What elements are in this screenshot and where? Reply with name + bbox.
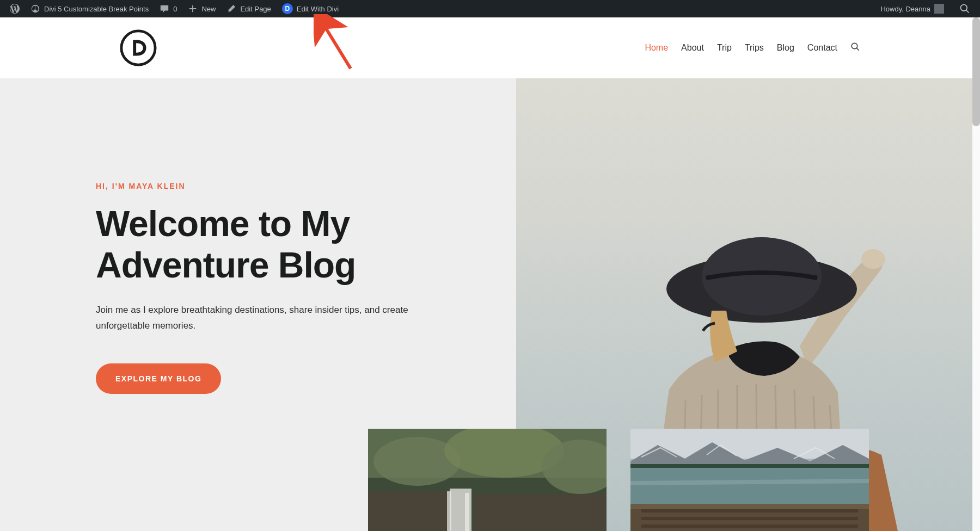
nav-search-button[interactable] [850,42,860,54]
explore-blog-button[interactable]: EXPLORE MY BLOG [96,363,221,394]
wp-admin-bar: Divi 5 Customizable Break Points 0 New E… [0,0,980,17]
svg-line-5 [856,48,859,51]
svg-point-4 [852,43,857,49]
dashboard-icon [30,4,40,14]
pencil-icon [226,4,236,14]
comment-icon [160,4,169,14]
scrollbar-thumb[interactable] [972,17,980,126]
svg-rect-26 [641,517,858,520]
edit-page-menu[interactable]: Edit Page [221,0,276,17]
inset-image-waterfall [368,429,607,531]
page-scrollbar[interactable] [972,17,980,531]
nav-trip[interactable]: Trip [717,43,732,53]
inset-image-lake [630,429,869,531]
avatar-icon [934,4,944,14]
nav-trips[interactable]: Trips [745,43,764,53]
site-logo[interactable] [120,29,157,66]
user-menu[interactable]: Howdy, Deanna [875,0,950,17]
site-name-menu[interactable]: Divi 5 Customizable Break Points [25,0,154,17]
comments-count: 0 [173,5,177,13]
site-header: Home About Trip Trips Blog Contact [0,17,980,78]
nav-blog[interactable]: Blog [777,43,794,53]
svg-point-6 [861,249,885,269]
svg-rect-15 [447,491,451,531]
plus-icon [188,4,198,14]
main-navigation: Home About Trip Trips Blog Contact [645,42,860,54]
search-icon [850,42,860,52]
svg-rect-27 [641,524,858,528]
hero-section: HI, I'M MAYA KLEIN Welcome to My Adventu… [0,78,980,531]
new-content-menu[interactable]: New [182,0,221,17]
wp-logo-menu[interactable] [4,0,25,17]
hero-eyebrow: HI, I'M MAYA KLEIN [96,182,473,190]
svg-rect-17 [368,491,447,531]
svg-rect-24 [630,504,869,509]
inset-image-row [368,429,869,531]
svg-point-3 [121,31,155,65]
edit-with-divi-menu[interactable]: D Edit With Divi [277,0,344,17]
hero-description: Join me as I explore breathtaking destin… [96,302,428,334]
user-greeting: Howdy, Deanna [880,5,930,13]
svg-rect-22 [630,468,869,505]
hero-title: Welcome to My Adventure Blog [96,203,473,286]
edit-page-label: Edit Page [240,5,271,13]
svg-rect-25 [641,509,858,513]
nav-contact[interactable]: Contact [807,43,837,53]
nav-about[interactable]: About [681,43,704,53]
wordpress-icon [10,4,20,14]
divi-icon: D [282,3,293,14]
search-icon [959,3,970,14]
svg-rect-18 [474,494,607,531]
svg-rect-16 [465,493,469,531]
edit-with-divi-label: Edit With Divi [297,5,339,13]
new-label: New [201,5,216,13]
comments-menu[interactable]: 0 [154,0,182,17]
svg-line-1 [966,10,969,13]
svg-point-0 [961,5,967,11]
nav-home[interactable]: Home [645,43,668,53]
admin-search-button[interactable] [954,0,976,17]
site-name-label: Divi 5 Customizable Break Points [44,5,149,13]
divi-logo-icon [120,29,157,66]
